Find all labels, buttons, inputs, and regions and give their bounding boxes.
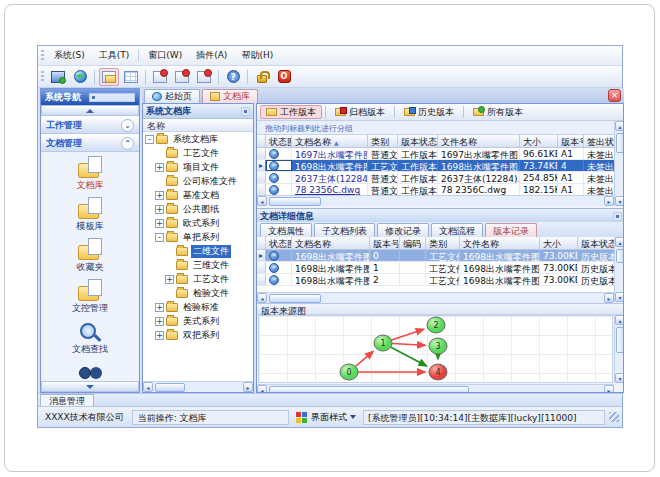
scroll-left-button[interactable]: ◂ — [257, 293, 267, 303]
collapse-icon[interactable]: - — [145, 135, 154, 144]
menu-item[interactable]: 帮助(H) — [234, 47, 280, 64]
menu-item[interactable]: 插件(A) — [189, 47, 234, 64]
graph-vertical-scrollbar[interactable]: ▴ ▾ — [614, 315, 624, 383]
column-header[interactable]: 版本状态 — [398, 135, 438, 147]
message-manager-tab[interactable]: 消息管理 — [40, 394, 94, 406]
detail-tab[interactable]: 子文档列表 — [314, 223, 375, 237]
pin-icon[interactable] — [89, 93, 135, 102]
scroll-up-button[interactable]: ▴ — [615, 121, 624, 131]
tree-item[interactable]: +基准文档 — [143, 188, 253, 202]
expand-icon[interactable]: + — [155, 191, 164, 200]
version-button-archive[interactable]: 归档版本 — [329, 105, 391, 119]
tree-item[interactable]: -单把系列 — [143, 230, 253, 244]
globe-button[interactable] — [70, 68, 90, 86]
table-row[interactable]: 2637主体(12284).dwg普通文档工作版本2637主体(12284).d… — [257, 172, 614, 184]
tree-horizontal-scrollbar[interactable]: ◂ ▸ — [143, 381, 253, 392]
tree-item[interactable]: 公司标准文件 — [143, 174, 253, 188]
scrollbar-thumb[interactable] — [616, 327, 625, 353]
scroll-up-button[interactable]: ▴ — [615, 315, 624, 325]
tree-item[interactable]: 检验文件 — [143, 286, 253, 300]
power-button[interactable] — [274, 68, 294, 86]
tab-start-page[interactable]: 起始页 — [144, 89, 200, 103]
expand-icon[interactable]: + — [155, 219, 164, 228]
menu-item[interactable]: 工具(T) — [92, 47, 137, 64]
toolbar-grip[interactable] — [41, 71, 44, 83]
tree-item[interactable]: +双把系列 — [143, 328, 253, 342]
tree-item[interactable]: 工艺文件 — [143, 146, 253, 160]
tree-item[interactable]: 二维文件 — [143, 244, 253, 258]
column-header[interactable]: 大小 — [520, 135, 558, 147]
tree-item[interactable]: +美式系列 — [143, 314, 253, 328]
tab-document-library[interactable]: 文档库 — [202, 89, 258, 103]
send-window-button[interactable] — [150, 68, 170, 86]
tree-item[interactable]: +工艺文件 — [143, 272, 253, 286]
sidebar-item-docsearch[interactable]: 文档查找 — [72, 320, 108, 356]
version-button-history[interactable]: 历史版本 — [398, 105, 460, 119]
tab-close-button[interactable]: × — [608, 89, 621, 102]
expand-icon[interactable]: + — [155, 303, 164, 312]
column-header[interactable]: 状态图 — [266, 135, 292, 147]
tree-item[interactable]: +公共图纸 — [143, 202, 253, 216]
scrollbar-thumb[interactable] — [616, 133, 625, 153]
detail-tab[interactable]: 修改记录 — [377, 223, 429, 237]
column-header[interactable]: 版本号 — [558, 135, 584, 147]
pin-icon[interactable] — [241, 107, 250, 116]
pin-icon[interactable] — [613, 212, 622, 221]
alert-window-button[interactable] — [194, 68, 214, 86]
scroll-right-button[interactable]: ▸ — [604, 293, 614, 303]
column-header[interactable]: 签出状态 — [584, 135, 614, 147]
table-row[interactable]: ▸1698出水嘴零件图.dwg工艺文件工作版本1698出水嘴零件图.dwg73.… — [257, 160, 614, 172]
expand-icon[interactable]: + — [165, 275, 174, 284]
expand-icon[interactable]: + — [155, 205, 164, 214]
sidebar-scroll-down-button[interactable] — [41, 381, 139, 392]
grid-window-button[interactable] — [121, 68, 141, 86]
document-table-horizontal-scrollbar[interactable]: ◂ ▸ — [257, 195, 614, 206]
expand-icon[interactable]: + — [155, 317, 164, 326]
scrollbar-thumb[interactable] — [155, 383, 185, 392]
scroll-left-button[interactable]: ◂ — [257, 196, 267, 206]
chevron-down-icon[interactable]: ⌄ — [121, 119, 134, 132]
sidebar-scroll-up-button[interactable] — [41, 105, 139, 116]
tree-item[interactable]: 三维文件 — [143, 258, 253, 272]
column-header[interactable]: 文件名称 — [438, 135, 520, 147]
scroll-down-button[interactable]: ▾ — [615, 292, 624, 302]
collapse-icon[interactable]: - — [155, 233, 164, 242]
scroll-right-button[interactable]: ▸ — [604, 196, 614, 206]
scrollbar-thumb[interactable] — [269, 294, 321, 303]
column-header[interactable]: 编码 — [400, 237, 426, 249]
scroll-down-button[interactable]: ▾ — [615, 373, 624, 383]
sidebar-group-document[interactable]: 文档管理 ⌃ — [41, 134, 139, 152]
scroll-down-button[interactable]: ▾ — [615, 196, 624, 206]
sidebar-item-favorites[interactable]: 收藏夹 — [77, 238, 104, 274]
table-row[interactable]: 1697出水嘴零件图.dwg普通文档工作版本1697出水嘴零件图.dwg96.6… — [257, 148, 614, 160]
document-table-vertical-scrollbar[interactable]: ▴ ▾ — [614, 121, 624, 206]
menu-item[interactable]: 系统(S) — [47, 47, 92, 64]
column-header[interactable]: 文件名称 — [460, 237, 540, 249]
resize-grip[interactable] — [609, 412, 619, 422]
lock-button[interactable] — [252, 68, 272, 86]
tree-item[interactable]: +欧式系列 — [143, 216, 253, 230]
menu-item[interactable]: 窗口(W) — [141, 47, 189, 64]
tree-column-header[interactable]: 名称 — [143, 119, 253, 132]
detail-tab[interactable]: 版本记录 — [485, 223, 537, 237]
sidebar-item-doclib[interactable]: 文档库 — [77, 156, 104, 192]
interface-style-button[interactable]: 界面样式 — [293, 411, 359, 424]
scrollbar-thumb[interactable] — [269, 197, 321, 206]
receive-window-button[interactable] — [172, 68, 192, 86]
scroll-left-button[interactable]: ◂ — [143, 382, 153, 392]
table-row[interactable]: 1698出水嘴零件图.dwg2工艺文件1698出水嘴零件图.dwg73.00KB… — [257, 274, 614, 286]
sidebar-group-work[interactable]: 工作管理 ⌄ — [41, 116, 139, 134]
version-button-all[interactable]: 所有版本 — [467, 105, 529, 119]
detail-tab[interactable]: 文档流程 — [431, 223, 483, 237]
group-by-bar[interactable]: 拖动列标题到此进行分组 — [257, 121, 623, 135]
tree-item[interactable]: +项目文件 — [143, 160, 253, 174]
detail-table-vertical-scrollbar[interactable]: ▴ ▾ — [614, 237, 624, 302]
scroll-right-button[interactable]: ▸ — [604, 385, 614, 393]
scrollbar-thumb[interactable] — [616, 249, 625, 263]
column-header[interactable]: 大小 — [540, 237, 578, 249]
column-header[interactable]: 文档名称▲ — [292, 135, 368, 147]
sidebar-item-doccontrol[interactable]: 文控管理 — [72, 279, 108, 315]
column-header[interactable]: 类别 — [368, 135, 398, 147]
detail-table-horizontal-scrollbar[interactable]: ◂ ▸ — [257, 292, 614, 303]
sidebar-item-template[interactable]: 模板库 — [77, 197, 104, 233]
